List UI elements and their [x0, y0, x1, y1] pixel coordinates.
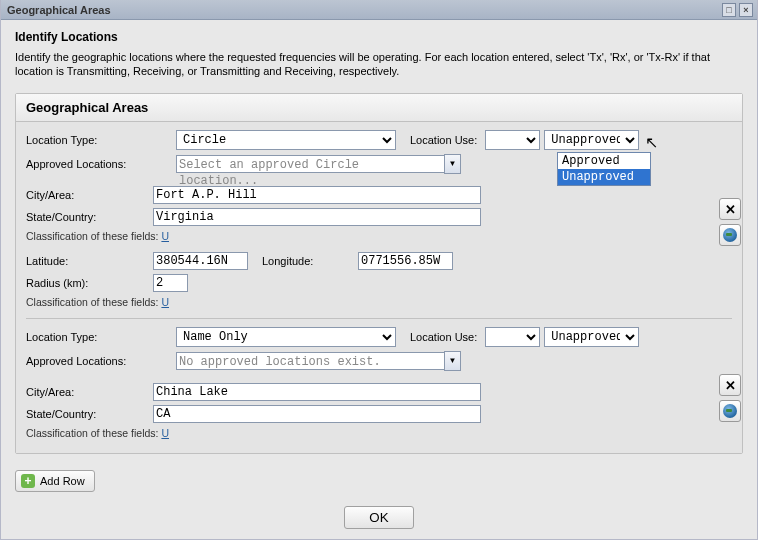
- city-area-label: City/Area:: [26, 189, 153, 201]
- approved-locations-combo[interactable]: Select an approved Circle location... ▼: [176, 154, 461, 174]
- panel-title: Geographical Areas: [16, 94, 742, 122]
- city-area-input[interactable]: [153, 383, 481, 401]
- chevron-down-icon[interactable]: ▼: [444, 351, 461, 371]
- radius-input[interactable]: [153, 274, 188, 292]
- remove-location-button[interactable]: ✕: [719, 198, 741, 220]
- approval-option-unapproved[interactable]: Unapproved: [558, 169, 650, 185]
- ok-button[interactable]: OK: [344, 506, 414, 529]
- classification-link[interactable]: U: [161, 230, 169, 242]
- globe-icon: [723, 228, 737, 242]
- location-use-label: Location Use:: [410, 331, 477, 343]
- map-location-button[interactable]: [719, 400, 741, 422]
- approval-select[interactable]: Unapproved: [544, 327, 639, 347]
- plus-icon: +: [21, 474, 35, 488]
- latitude-input[interactable]: [153, 252, 248, 270]
- divider: [26, 318, 732, 319]
- add-row-button[interactable]: + Add Row: [15, 470, 95, 492]
- approved-locations-combo[interactable]: No approved locations exist. ▼: [176, 351, 461, 371]
- x-icon: ✕: [725, 202, 736, 217]
- location-type-select[interactable]: Circle: [176, 130, 396, 150]
- approval-option-approved[interactable]: Approved: [558, 153, 650, 169]
- location-use-label: Location Use:: [410, 134, 477, 146]
- section-description: Identify the geographic locations where …: [15, 50, 743, 79]
- city-area-input[interactable]: [153, 186, 481, 204]
- latitude-label: Latitude:: [26, 255, 153, 267]
- approval-dropdown-popup[interactable]: Approved Unapproved: [557, 152, 651, 186]
- approved-locations-placeholder: Select an approved Circle location...: [176, 155, 444, 173]
- state-country-input[interactable]: [153, 208, 481, 226]
- location-type-label: Location Type:: [26, 331, 176, 343]
- location-type-select[interactable]: Name Only: [176, 327, 396, 347]
- dialog-footer: OK: [1, 498, 757, 539]
- approved-locations-label: Approved Locations:: [26, 158, 176, 170]
- add-row-label: Add Row: [40, 475, 85, 487]
- map-location-button[interactable]: [719, 224, 741, 246]
- approval-select[interactable]: Unapproved: [544, 130, 639, 150]
- longitude-input[interactable]: [358, 252, 453, 270]
- classification-line: Classification of these fields: U: [26, 427, 732, 439]
- x-icon: ✕: [725, 378, 736, 393]
- geographical-areas-window: Geographical Areas □ × Identify Location…: [0, 0, 758, 540]
- classification-line: Classification of these fields: U: [26, 296, 732, 308]
- location-use-select[interactable]: [485, 327, 540, 347]
- state-country-label: State/Country:: [26, 211, 153, 223]
- location-type-label: Location Type:: [26, 134, 176, 146]
- window-title: Geographical Areas: [7, 4, 719, 16]
- radius-label: Radius (km):: [26, 277, 153, 289]
- approved-locations-placeholder: No approved locations exist.: [176, 352, 444, 370]
- approved-locations-label: Approved Locations:: [26, 355, 176, 367]
- content-area: Identify Locations Identify the geograph…: [1, 20, 757, 498]
- state-country-input[interactable]: [153, 405, 481, 423]
- titlebar: Geographical Areas □ ×: [1, 0, 757, 20]
- chevron-down-icon[interactable]: ▼: [444, 154, 461, 174]
- state-country-label: State/Country:: [26, 408, 153, 420]
- maximize-icon[interactable]: □: [722, 3, 736, 17]
- location-use-select[interactable]: [485, 130, 540, 150]
- longitude-label: Longitude:: [248, 255, 348, 267]
- classification-line: Classification of these fields: U: [26, 230, 732, 242]
- location-actions: ✕: [719, 374, 743, 422]
- city-area-label: City/Area:: [26, 386, 153, 398]
- geo-areas-panel: Geographical Areas Location Type: Circle…: [15, 93, 743, 454]
- section-heading: Identify Locations: [15, 30, 743, 44]
- close-icon[interactable]: ×: [739, 3, 753, 17]
- classification-link[interactable]: U: [161, 296, 169, 308]
- location-actions: ✕: [719, 198, 743, 246]
- classification-link[interactable]: U: [161, 427, 169, 439]
- remove-location-button[interactable]: ✕: [719, 374, 741, 396]
- globe-icon: [723, 404, 737, 418]
